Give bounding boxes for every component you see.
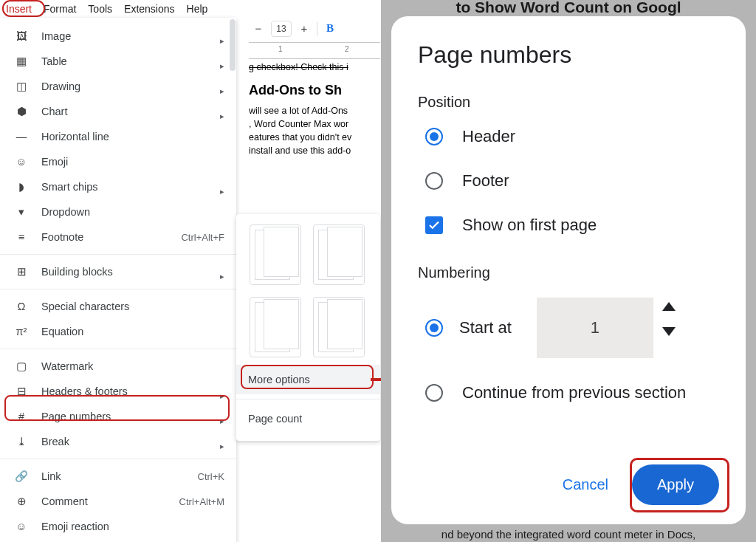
font-size-box[interactable]: 13 [271,21,292,37]
bold-button[interactable]: B [320,19,340,38]
doc-text: g checkbox! Check this i [249,62,380,72]
ruler: 1 2 [249,43,380,59]
checkbox-first-page[interactable] [425,216,443,234]
check-icon [427,219,441,232]
menu-item-chart[interactable]: ⬢Chart [0,99,236,124]
submenu-page-count[interactable]: Page count [236,404,380,433]
section-numbering: Numbering [418,264,719,281]
pi-icon: π² [13,326,30,337]
radio-header[interactable] [425,128,443,145]
spin-down-icon[interactable] [662,327,676,336]
dropdown-icon: ▾ [13,206,30,218]
menu-item-footnote[interactable]: ≡FootnoteCtrl+Alt+F [0,224,236,250]
insert-dropdown: 🖼Image ▦Table ◫Drawing ⬢Chart —Horizonta… [0,18,236,542]
menu-item-smart-chips[interactable]: ◗Smart chips [0,174,236,199]
menu-item-headers-footers[interactable]: ⊟Headers & footers [0,379,236,404]
bg-text-bottom: nd beyond the integrated word count mete… [381,528,756,541]
hash-icon: # [13,411,30,422]
page-numbers-dialog: Page numbers Position Header Footer Show… [391,16,746,524]
menu-extensions[interactable]: Extensions [118,1,180,16]
menu-item-dropdown[interactable]: ▾Dropdown [0,199,236,224]
menu-item-equation[interactable]: π²Equation [0,319,236,344]
menu-format[interactable]: Format [38,1,82,16]
menu-item-emoji-reaction[interactable]: ☺Emoji reaction [0,514,236,539]
option-start-at[interactable]: Start at 1 [425,298,719,358]
doc-text: , Word Counter Max wor [249,119,380,129]
menu-item-building-blocks[interactable]: ⊞Building blocks [0,259,236,284]
option-first-page[interactable]: Show on first page [425,216,719,235]
bg-text-top: to Show Word Count on Googl [381,0,756,16]
option-first-page-label: Show on first page [462,216,597,235]
option-footer[interactable]: Footer [425,171,719,191]
option-footer-label: Footer [462,171,509,191]
doc-text: eatures that you didn't ev [249,132,380,143]
submenu-more-options[interactable]: More options [236,365,380,394]
doc-text: install and use this add-o [249,145,380,156]
doc-heading: Add-Ons to Sh [249,83,380,98]
spin-up-icon[interactable] [662,302,676,311]
menu-item-drawing[interactable]: ◫Drawing [0,74,236,99]
header-icon: ⊟ [13,385,30,397]
menu-insert[interactable]: Insert [0,1,38,16]
minus-button[interactable]: − [249,19,268,38]
menu-item-horizontal-line[interactable]: —Horizontal line [0,124,236,149]
doc-text: will see a lot of Add-Ons [249,106,380,116]
menu-tools[interactable]: Tools [82,1,118,16]
menu-item-comment[interactable]: ⊕CommentCtrl+Alt+M [0,489,236,514]
blocks-icon: ⊞ [13,266,30,278]
menu-item-table[interactable]: ▦Table [0,49,236,74]
menu-item-link[interactable]: 🔗LinkCtrl+K [0,464,236,489]
menu-item-page-numbers[interactable]: #Page numbers [0,404,236,429]
option-continue[interactable]: Continue from previous section [425,383,719,402]
watermark-icon: ▢ [13,360,30,372]
menu-item-emoji[interactable]: ☺Emoji [0,149,236,174]
toolbar: − 13 + B [249,18,380,43]
radio-continue[interactable] [425,384,443,402]
table-icon: ▦ [13,55,30,67]
pagenum-preset-3[interactable] [250,297,301,357]
option-continue-label: Continue from previous section [462,383,686,402]
dialog-title: Page numbers [418,41,719,69]
start-at-input[interactable]: 1 [537,298,653,358]
omega-icon: Ω [13,301,30,312]
pagenum-preset-2[interactable] [313,224,365,285]
option-header-label: Header [462,127,515,146]
apply-button[interactable]: Apply [632,464,719,505]
radio-start-at[interactable] [425,319,443,337]
image-icon: 🖼 [13,30,30,42]
chart-icon: ⬢ [13,106,30,117]
radio-footer[interactable] [425,172,443,190]
section-position: Position [418,94,719,111]
menu-item-watermark[interactable]: ▢Watermark [0,354,236,379]
emoji-icon: ☺ [13,156,30,168]
break-icon: ⤓ [13,436,30,447]
reaction-icon: ☺ [13,521,30,532]
menu-item-image[interactable]: 🖼Image [0,24,236,49]
comment-icon: ⊕ [13,495,30,507]
menu-help[interactable]: Help [181,1,214,16]
menu-item-special-characters[interactable]: ΩSpecial characters [0,294,236,319]
line-icon: — [13,131,30,143]
link-icon: 🔗 [13,470,30,483]
menubar: Insert Format Tools Extensions Help [0,0,380,18]
plus-button[interactable]: + [295,19,314,38]
menu-item-break[interactable]: ⤓Break [0,429,236,454]
option-header[interactable]: Header [425,127,719,146]
drawing-icon: ◫ [13,80,30,92]
chip-icon: ◗ [13,181,30,193]
footnote-icon: ≡ [13,231,30,243]
pagenum-preset-1[interactable] [250,224,301,285]
pagenum-preset-4[interactable] [313,297,365,357]
page-numbers-submenu: More options Page count [236,214,380,441]
cancel-button[interactable]: Cancel [560,470,611,499]
option-start-at-label: Start at [459,318,512,337]
